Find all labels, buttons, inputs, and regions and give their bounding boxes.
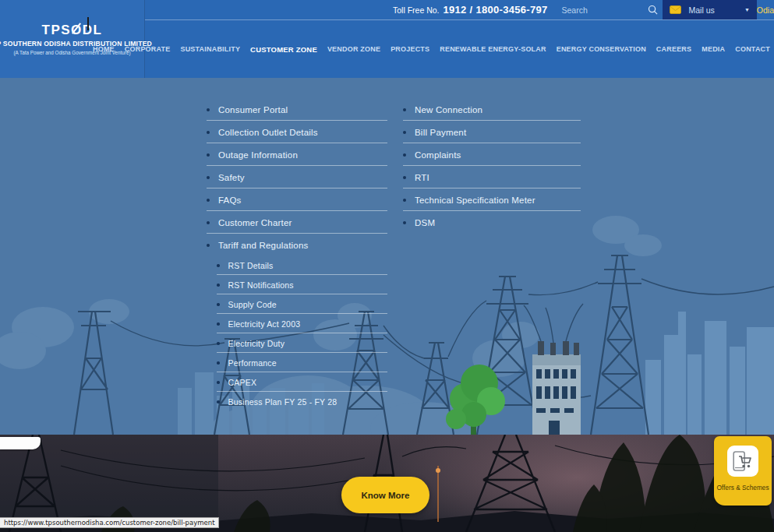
mail-us-button[interactable]: Mail us ▼ [663, 0, 756, 19]
bullet-icon [403, 199, 406, 202]
mega-col-1: Consumer PortalCollection Outlet Details… [207, 98, 387, 410]
bullet-icon [403, 153, 406, 157]
site-header: TPSODL TP SOUTHERN ODISHA DISTRIBUTION L… [0, 0, 774, 78]
toll-free-label: Toll Free No. [393, 5, 440, 15]
menu-link-label: Technical Specification Meter [415, 196, 535, 205]
nav-item-energy-conservation[interactable]: ENERGY CONSERVATION [557, 45, 646, 53]
chevron-down-icon[interactable]: ▼ [744, 7, 750, 12]
logo-wordmark: TPSODL [42, 23, 103, 37]
menu-link-label: Complaints [415, 150, 461, 160]
menu-link-label: Electricity Duty [228, 339, 285, 348]
bullet-icon [217, 400, 220, 403]
menu-link-label: Electricity Act 2003 [228, 319, 301, 329]
bullet-icon [217, 361, 220, 365]
tpsodl-website: TPSODL TP SOUTHERN ODISHA DISTRIBUTION L… [0, 0, 774, 532]
menu-link-label: Tariff and Regulations [218, 241, 308, 250]
bullet-icon [207, 108, 210, 111]
nav-item-careers[interactable]: CAREERS [656, 45, 691, 53]
search-icon[interactable] [648, 5, 658, 15]
offers-icon-box [727, 446, 758, 477]
menu-link-capex[interactable]: CAPEX [217, 372, 387, 392]
side-tab[interactable] [0, 437, 41, 449]
language-toggle-odia[interactable]: Odia [757, 0, 774, 19]
bullet-icon [207, 153, 210, 157]
menu-link-consumer-portal[interactable]: Consumer Portal [207, 98, 387, 121]
nav-item-home[interactable]: HOME [93, 45, 115, 53]
bullet-icon [217, 381, 220, 384]
offers-schemes-card[interactable]: Offers & Schemes [714, 436, 772, 506]
menu-link-rti[interactable]: RTI [403, 166, 581, 188]
menu-link-performance[interactable]: Performance [217, 353, 387, 372]
menu-link-rst-notifications[interactable]: RST Notifications [217, 275, 387, 294]
menu-link-label: New Connection [415, 105, 482, 115]
menu-link-label: Supply Code [228, 300, 277, 309]
bullet-icon [207, 199, 210, 202]
menu-link-label: Outage Information [218, 150, 298, 160]
bullet-icon [217, 303, 220, 306]
bullet-icon [403, 131, 406, 134]
utility-bar: Toll Free No. 1912 / 1800-3456-797 Mail … [145, 0, 774, 20]
menu-link-label: Performance [228, 358, 277, 368]
envelope-icon [670, 5, 681, 14]
menu-link-label: CAPEX [228, 378, 257, 387]
compass-needle-icon [72, 23, 81, 34]
menu-link-label: Collection Outlet Details [218, 128, 318, 137]
offers-schemes-label: Offers & Schemes [716, 484, 769, 491]
submenu-tariff-and-regulations: RST DetailsRST NotificationsSupply CodeE… [217, 255, 387, 410]
bullet-icon [403, 108, 406, 111]
nav-item-corporate[interactable]: CORPORATE [125, 45, 171, 53]
search-input[interactable] [561, 5, 648, 15]
menu-link-business-plan-fy-25-fy-28[interactable]: Business Plan FY 25 - FY 28 [217, 392, 387, 410]
menu-link-label: Consumer Portal [218, 105, 288, 115]
nav-item-customer-zone[interactable]: CUSTOMER ZONE [250, 45, 317, 54]
menu-link-label: Customer Charter [218, 218, 292, 227]
menu-link-new-connection[interactable]: New Connection [403, 98, 581, 121]
menu-link-complaints[interactable]: Complaints [403, 143, 581, 166]
bullet-icon [217, 264, 220, 267]
menu-link-technical-specification-meter[interactable]: Technical Specification Meter [403, 188, 581, 211]
bullet-icon [217, 342, 220, 345]
bullet-icon [217, 322, 220, 326]
menu-link-label: RST Notifications [228, 280, 294, 290]
menu-link-faqs[interactable]: FAQs [207, 188, 387, 211]
menu-link-electricity-duty[interactable]: Electricity Duty [217, 333, 387, 353]
menu-link-electricity-act-2003[interactable]: Electricity Act 2003 [217, 314, 387, 333]
bullet-icon [207, 244, 210, 247]
nav-item-renewable-energy-solar[interactable]: RENEWABLE ENERGY-SOLAR [440, 45, 546, 53]
status-bar-url: https://www.tpsouthernodisha.com/custome… [0, 517, 219, 528]
company-logo[interactable]: TPSODL TP SOUTHERN ODISHA DISTRIBUTION L… [0, 0, 145, 78]
nav-item-contact[interactable]: CONTACT [735, 45, 770, 53]
main-nav: HOMECORPORATESUSTAINABILITYCUSTOMER ZONE… [145, 39, 774, 59]
bullet-icon [207, 176, 210, 179]
menu-link-label: DSM [415, 218, 435, 227]
menu-link-customer-charter[interactable]: Customer Charter [207, 211, 387, 234]
menu-link-label: Business Plan FY 25 - FY 28 [228, 397, 338, 407]
menu-link-label: Safety [218, 173, 245, 182]
know-more-button[interactable]: Know More [341, 477, 429, 513]
menu-link-safety[interactable]: Safety [207, 166, 387, 188]
menu-link-collection-outlet-details[interactable]: Collection Outlet Details [207, 121, 387, 143]
menu-link-label: Bill Payment [415, 128, 466, 137]
bullet-icon [207, 221, 210, 224]
mail-us-label: Mail us [688, 5, 744, 15]
bullet-icon [403, 176, 406, 179]
customer-zone-mega-menu: Consumer PortalCollection Outlet Details… [0, 78, 774, 435]
menu-link-tariff-and-regulations[interactable]: Tariff and Regulations [207, 234, 387, 255]
text-cursor [87, 17, 89, 30]
menu-link-label: FAQs [218, 196, 242, 205]
nav-item-vendor-zone[interactable]: VENDOR ZONE [327, 45, 380, 53]
menu-link-dsm[interactable]: DSM [403, 211, 581, 233]
nav-item-media[interactable]: MEDIA [702, 45, 725, 53]
nav-item-projects[interactable]: PROJECTS [391, 45, 429, 53]
bullet-icon [207, 131, 210, 134]
menu-link-supply-code[interactable]: Supply Code [217, 294, 387, 314]
menu-link-label: RST Details [228, 261, 274, 270]
search-box[interactable] [557, 0, 663, 19]
menu-link-label: RTI [415, 173, 429, 182]
bullet-icon [217, 284, 220, 287]
menu-link-outage-information[interactable]: Outage Information [207, 143, 387, 166]
toll-free-number: Toll Free No. 1912 / 1800-3456-797 [393, 0, 547, 19]
nav-item-sustainability[interactable]: SUSTAINABILITY [180, 45, 240, 53]
menu-link-bill-payment[interactable]: Bill Payment [403, 121, 581, 143]
menu-link-rst-details[interactable]: RST Details [217, 255, 387, 275]
